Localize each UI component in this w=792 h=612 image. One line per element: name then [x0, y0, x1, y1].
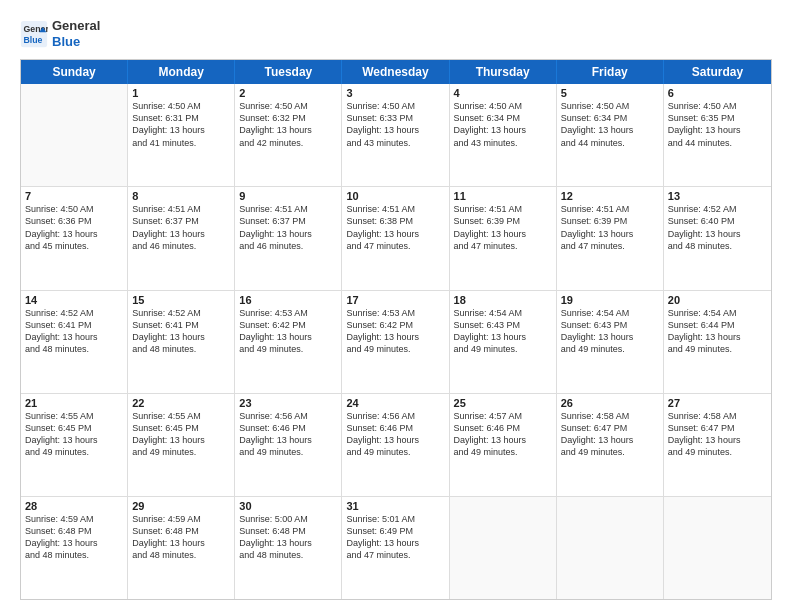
day-number: 22 — [132, 397, 230, 409]
day-info: Sunrise: 4:50 AM Sunset: 6:35 PM Dayligh… — [668, 100, 767, 149]
empty-cell — [450, 497, 557, 599]
svg-text:General: General — [24, 24, 49, 34]
day-cell-31: 31Sunrise: 5:01 AM Sunset: 6:49 PM Dayli… — [342, 497, 449, 599]
day-number: 14 — [25, 294, 123, 306]
day-number: 28 — [25, 500, 123, 512]
calendar-row-0: 1Sunrise: 4:50 AM Sunset: 6:31 PM Daylig… — [21, 84, 771, 187]
day-number: 26 — [561, 397, 659, 409]
day-info: Sunrise: 4:50 AM Sunset: 6:31 PM Dayligh… — [132, 100, 230, 149]
day-cell-16: 16Sunrise: 4:53 AM Sunset: 6:42 PM Dayli… — [235, 291, 342, 393]
day-cell-2: 2Sunrise: 4:50 AM Sunset: 6:32 PM Daylig… — [235, 84, 342, 186]
day-number: 23 — [239, 397, 337, 409]
day-info: Sunrise: 4:50 AM Sunset: 6:34 PM Dayligh… — [561, 100, 659, 149]
day-info: Sunrise: 4:58 AM Sunset: 6:47 PM Dayligh… — [561, 410, 659, 459]
day-info: Sunrise: 4:57 AM Sunset: 6:46 PM Dayligh… — [454, 410, 552, 459]
day-cell-15: 15Sunrise: 4:52 AM Sunset: 6:41 PM Dayli… — [128, 291, 235, 393]
day-info: Sunrise: 4:54 AM Sunset: 6:44 PM Dayligh… — [668, 307, 767, 356]
day-info: Sunrise: 4:59 AM Sunset: 6:48 PM Dayligh… — [25, 513, 123, 562]
day-cell-3: 3Sunrise: 4:50 AM Sunset: 6:33 PM Daylig… — [342, 84, 449, 186]
day-number: 7 — [25, 190, 123, 202]
day-info: Sunrise: 4:59 AM Sunset: 6:48 PM Dayligh… — [132, 513, 230, 562]
day-cell-1: 1Sunrise: 4:50 AM Sunset: 6:31 PM Daylig… — [128, 84, 235, 186]
day-info: Sunrise: 4:55 AM Sunset: 6:45 PM Dayligh… — [132, 410, 230, 459]
day-cell-21: 21Sunrise: 4:55 AM Sunset: 6:45 PM Dayli… — [21, 394, 128, 496]
day-number: 30 — [239, 500, 337, 512]
day-number: 13 — [668, 190, 767, 202]
day-cell-11: 11Sunrise: 4:51 AM Sunset: 6:39 PM Dayli… — [450, 187, 557, 289]
day-cell-26: 26Sunrise: 4:58 AM Sunset: 6:47 PM Dayli… — [557, 394, 664, 496]
day-number: 27 — [668, 397, 767, 409]
day-cell-5: 5Sunrise: 4:50 AM Sunset: 6:34 PM Daylig… — [557, 84, 664, 186]
day-info: Sunrise: 4:56 AM Sunset: 6:46 PM Dayligh… — [239, 410, 337, 459]
header: General Blue General Blue — [20, 18, 772, 49]
weekday-header-thursday: Thursday — [450, 60, 557, 84]
day-number: 1 — [132, 87, 230, 99]
day-cell-18: 18Sunrise: 4:54 AM Sunset: 6:43 PM Dayli… — [450, 291, 557, 393]
logo: General Blue General Blue — [20, 18, 100, 49]
day-info: Sunrise: 4:52 AM Sunset: 6:41 PM Dayligh… — [25, 307, 123, 356]
calendar-body: 1Sunrise: 4:50 AM Sunset: 6:31 PM Daylig… — [21, 84, 771, 599]
day-number: 24 — [346, 397, 444, 409]
day-number: 15 — [132, 294, 230, 306]
day-cell-20: 20Sunrise: 4:54 AM Sunset: 6:44 PM Dayli… — [664, 291, 771, 393]
day-number: 4 — [454, 87, 552, 99]
day-cell-10: 10Sunrise: 4:51 AM Sunset: 6:38 PM Dayli… — [342, 187, 449, 289]
day-info: Sunrise: 4:50 AM Sunset: 6:32 PM Dayligh… — [239, 100, 337, 149]
day-info: Sunrise: 4:51 AM Sunset: 6:37 PM Dayligh… — [239, 203, 337, 252]
day-cell-9: 9Sunrise: 4:51 AM Sunset: 6:37 PM Daylig… — [235, 187, 342, 289]
day-cell-30: 30Sunrise: 5:00 AM Sunset: 6:48 PM Dayli… — [235, 497, 342, 599]
day-info: Sunrise: 4:54 AM Sunset: 6:43 PM Dayligh… — [454, 307, 552, 356]
day-info: Sunrise: 4:54 AM Sunset: 6:43 PM Dayligh… — [561, 307, 659, 356]
day-number: 9 — [239, 190, 337, 202]
day-info: Sunrise: 4:51 AM Sunset: 6:39 PM Dayligh… — [454, 203, 552, 252]
day-cell-13: 13Sunrise: 4:52 AM Sunset: 6:40 PM Dayli… — [664, 187, 771, 289]
day-number: 21 — [25, 397, 123, 409]
day-info: Sunrise: 4:56 AM Sunset: 6:46 PM Dayligh… — [346, 410, 444, 459]
weekday-header-tuesday: Tuesday — [235, 60, 342, 84]
weekday-header-saturday: Saturday — [664, 60, 771, 84]
day-cell-17: 17Sunrise: 4:53 AM Sunset: 6:42 PM Dayli… — [342, 291, 449, 393]
day-cell-23: 23Sunrise: 4:56 AM Sunset: 6:46 PM Dayli… — [235, 394, 342, 496]
day-info: Sunrise: 4:50 AM Sunset: 6:34 PM Dayligh… — [454, 100, 552, 149]
day-number: 6 — [668, 87, 767, 99]
day-info: Sunrise: 4:50 AM Sunset: 6:33 PM Dayligh… — [346, 100, 444, 149]
day-info: Sunrise: 4:58 AM Sunset: 6:47 PM Dayligh… — [668, 410, 767, 459]
day-number: 5 — [561, 87, 659, 99]
logo-icon: General Blue — [20, 20, 48, 48]
day-cell-19: 19Sunrise: 4:54 AM Sunset: 6:43 PM Dayli… — [557, 291, 664, 393]
calendar-row-4: 28Sunrise: 4:59 AM Sunset: 6:48 PM Dayli… — [21, 497, 771, 599]
day-cell-8: 8Sunrise: 4:51 AM Sunset: 6:37 PM Daylig… — [128, 187, 235, 289]
day-number: 10 — [346, 190, 444, 202]
calendar-header: SundayMondayTuesdayWednesdayThursdayFrid… — [21, 60, 771, 84]
day-info: Sunrise: 5:00 AM Sunset: 6:48 PM Dayligh… — [239, 513, 337, 562]
day-cell-24: 24Sunrise: 4:56 AM Sunset: 6:46 PM Dayli… — [342, 394, 449, 496]
day-cell-22: 22Sunrise: 4:55 AM Sunset: 6:45 PM Dayli… — [128, 394, 235, 496]
day-info: Sunrise: 4:55 AM Sunset: 6:45 PM Dayligh… — [25, 410, 123, 459]
empty-cell — [664, 497, 771, 599]
day-cell-14: 14Sunrise: 4:52 AM Sunset: 6:41 PM Dayli… — [21, 291, 128, 393]
day-number: 16 — [239, 294, 337, 306]
day-cell-7: 7Sunrise: 4:50 AM Sunset: 6:36 PM Daylig… — [21, 187, 128, 289]
day-info: Sunrise: 4:53 AM Sunset: 6:42 PM Dayligh… — [239, 307, 337, 356]
day-cell-29: 29Sunrise: 4:59 AM Sunset: 6:48 PM Dayli… — [128, 497, 235, 599]
weekday-header-monday: Monday — [128, 60, 235, 84]
day-number: 31 — [346, 500, 444, 512]
day-cell-12: 12Sunrise: 4:51 AM Sunset: 6:39 PM Dayli… — [557, 187, 664, 289]
page: General Blue General Blue SundayMondayTu… — [0, 0, 792, 612]
day-info: Sunrise: 4:51 AM Sunset: 6:37 PM Dayligh… — [132, 203, 230, 252]
day-number: 19 — [561, 294, 659, 306]
day-info: Sunrise: 4:50 AM Sunset: 6:36 PM Dayligh… — [25, 203, 123, 252]
empty-cell — [557, 497, 664, 599]
day-info: Sunrise: 4:52 AM Sunset: 6:40 PM Dayligh… — [668, 203, 767, 252]
weekday-header-wednesday: Wednesday — [342, 60, 449, 84]
day-number: 29 — [132, 500, 230, 512]
day-cell-25: 25Sunrise: 4:57 AM Sunset: 6:46 PM Dayli… — [450, 394, 557, 496]
svg-text:Blue: Blue — [24, 34, 43, 44]
calendar-row-2: 14Sunrise: 4:52 AM Sunset: 6:41 PM Dayli… — [21, 291, 771, 394]
calendar-row-3: 21Sunrise: 4:55 AM Sunset: 6:45 PM Dayli… — [21, 394, 771, 497]
day-number: 2 — [239, 87, 337, 99]
day-cell-27: 27Sunrise: 4:58 AM Sunset: 6:47 PM Dayli… — [664, 394, 771, 496]
day-number: 25 — [454, 397, 552, 409]
empty-cell — [21, 84, 128, 186]
day-info: Sunrise: 4:51 AM Sunset: 6:38 PM Dayligh… — [346, 203, 444, 252]
